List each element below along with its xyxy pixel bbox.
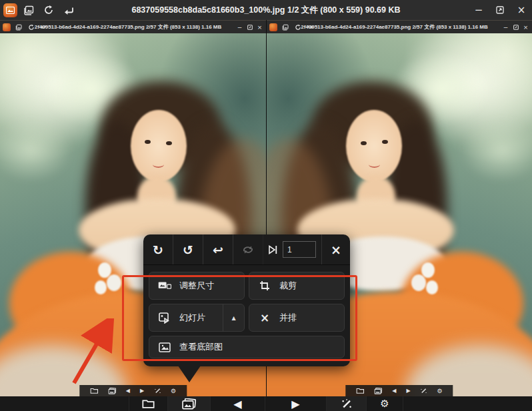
crop-menu-item[interactable]: 裁剪 (249, 272, 345, 300)
pane-minimize-button[interactable]: − (501, 22, 511, 33)
crop-icon (258, 280, 271, 291)
pane-maximize-button[interactable] (245, 22, 255, 33)
popup-menu: 调整尺寸 裁剪 幻灯片 ▲ × 并排 (143, 265, 350, 366)
copy-image-button[interactable] (280, 22, 290, 33)
undo-button[interactable]: ↩ (39, 22, 49, 33)
slideshow-icon (158, 312, 171, 324)
app-logo-icon (3, 3, 17, 17)
app-logo-icon (3, 23, 11, 31)
pane-maximize-button[interactable] (511, 22, 521, 33)
crop-label: 裁剪 (279, 280, 297, 292)
slideshow-label: 幻灯片 (179, 312, 205, 324)
refresh-button[interactable] (40, 2, 57, 18)
face-shape (346, 110, 402, 182)
close-x-icon: × (258, 311, 271, 324)
pane-left-toolbar: ◀ ▶ ⚙ (79, 385, 187, 396)
side-by-side-label: 并排 (279, 312, 297, 324)
face-shape (131, 110, 187, 182)
prev-image-button[interactable]: ◀ (210, 396, 265, 411)
refresh-button[interactable] (293, 22, 303, 33)
next-image-button[interactable]: ▶ (406, 385, 410, 396)
bokeh-leaves-shape (460, 119, 532, 182)
rotate-cw-button[interactable]: ↻ (143, 234, 173, 264)
view-bottom-icon (158, 342, 171, 352)
frame-number-input[interactable] (283, 241, 316, 258)
image-viewer-window: 6837059558cb8da5c81660b3_100%.jpg 1/2 文件… (0, 0, 532, 411)
flower-ornament-shape (411, 274, 426, 291)
main-titlebar: 6837059558cb8da5c81660b3_100%.jpg 1/2 文件… (0, 0, 532, 20)
eye-shape (166, 141, 172, 145)
context-popup: ↻ ↺ ↩ × 调整尺寸 (143, 234, 350, 366)
resize-label: 调整尺寸 (179, 280, 214, 292)
pane-left-titlebar: ↩ 2f439513-b6ad-4d24-a169-2274ae87735.pn… (0, 20, 266, 33)
effects-wand-button[interactable] (421, 385, 427, 396)
effects-wand-button[interactable] (326, 396, 366, 411)
pane-title: 2f439513-b6ad-4d24-a169-2274ae87735.png … (293, 23, 495, 31)
settings-button[interactable]: ⚙ (171, 385, 176, 396)
settings-button[interactable]: ⚙ (366, 396, 403, 411)
settings-button[interactable]: ⚙ (437, 385, 443, 396)
resize-menu-item[interactable]: 调整尺寸 (149, 272, 245, 300)
slideshow-menu-item[interactable]: 幻灯片 ▲ (149, 304, 245, 332)
effects-wand-button[interactable] (154, 385, 161, 396)
mouth-shape (369, 161, 380, 168)
sync-rotate-button[interactable] (233, 234, 263, 264)
close-button[interactable]: × (511, 0, 532, 20)
popup-close-button[interactable]: × (322, 234, 350, 264)
popup-toolbar: ↻ ↺ ↩ × (143, 234, 350, 265)
copy-image-button[interactable] (20, 2, 37, 18)
open-folder-button[interactable] (90, 385, 98, 396)
window-title: 6837059558cb8da5c81660b3_100%.jpg 1/2 文件… (0, 5, 532, 16)
flower-ornament-shape (95, 280, 107, 294)
redo-button[interactable]: ↪ (305, 22, 315, 33)
pane-minimize-button[interactable]: − (235, 22, 245, 33)
convert-images-button[interactable] (374, 385, 382, 396)
undo-button[interactable] (60, 2, 77, 18)
flower-ornament-shape (421, 262, 435, 278)
next-image-button[interactable]: ▶ (265, 396, 326, 411)
pane-right-titlebar: ↪ 2f439513-b6ad-4d24-a169-2274ae87735.pn… (267, 20, 532, 33)
pane-title: 2f439513-b6ad-4d24-a169-2274ae87735.png … (27, 23, 229, 31)
popup-tail (178, 366, 201, 382)
mouth-shape (153, 161, 164, 168)
maximize-button[interactable] (489, 0, 511, 20)
side-by-side-menu-item[interactable]: × 并排 (249, 304, 345, 332)
convert-images-button[interactable] (108, 385, 116, 396)
pane-right-toolbar: ◀ ▶ ⚙ (345, 385, 453, 396)
pane-close-button[interactable]: × (521, 22, 531, 33)
eye-shape (382, 140, 388, 144)
view-bottom-image-menu-item[interactable]: 查看底部图 (149, 336, 345, 358)
eye-shape (145, 140, 151, 144)
eye-shape (361, 141, 367, 145)
flower-ornament-shape (426, 280, 438, 294)
undo-button[interactable]: ↩ (203, 234, 233, 264)
app-logo-icon (269, 23, 277, 31)
next-image-button[interactable]: ▶ (140, 385, 144, 396)
rotate-ccw-button[interactable]: ↺ (173, 234, 203, 264)
view-bottom-label: 查看底部图 (179, 341, 223, 353)
copy-image-button[interactable] (13, 22, 23, 33)
pane-close-button[interactable]: × (255, 22, 265, 33)
slideshow-options-button[interactable]: ▲ (223, 304, 244, 331)
convert-images-button[interactable] (167, 396, 210, 411)
prev-image-button[interactable]: ◀ (126, 385, 130, 396)
open-folder-button[interactable] (129, 396, 167, 411)
minimize-button[interactable]: − (468, 0, 489, 20)
flip-frame-icon (267, 244, 278, 255)
flower-ornament-shape (107, 274, 121, 291)
open-folder-button[interactable] (356, 385, 364, 396)
refresh-button[interactable] (26, 22, 36, 33)
prev-image-button[interactable]: ◀ (392, 385, 396, 396)
resize-icon (158, 281, 171, 290)
frame-cell (263, 234, 322, 264)
main-toolbar: ◀ ▶ ⚙ (0, 396, 532, 411)
